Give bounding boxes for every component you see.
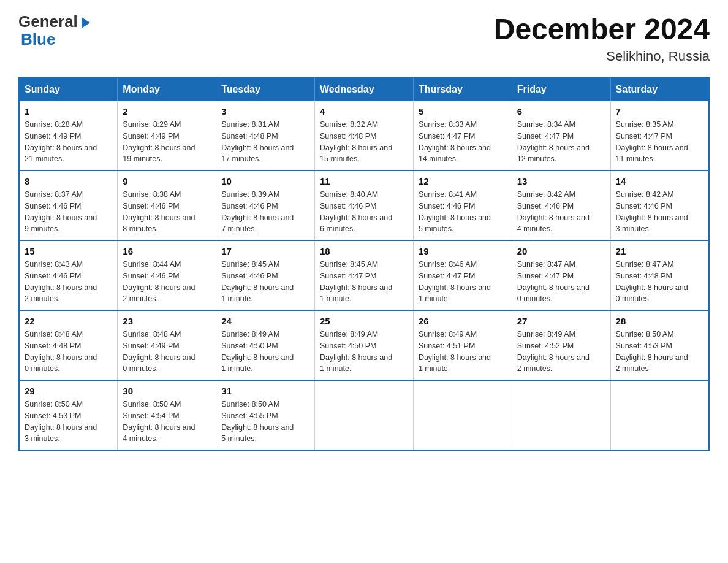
day-info: Sunrise: 8:48 AM Sunset: 4:49 PM Dayligh… [123, 329, 211, 375]
table-row: 14 Sunrise: 8:42 AM Sunset: 4:46 PM Dayl… [610, 170, 709, 240]
day-number: 28 [616, 316, 703, 326]
day-info: Sunrise: 8:35 AM Sunset: 4:47 PM Dayligh… [616, 119, 703, 165]
table-row: 21 Sunrise: 8:47 AM Sunset: 4:48 PM Dayl… [610, 240, 709, 310]
table-row: 20 Sunrise: 8:47 AM Sunset: 4:47 PM Dayl… [512, 240, 610, 310]
calendar-week-row: 22 Sunrise: 8:48 AM Sunset: 4:48 PM Dayl… [19, 310, 709, 380]
day-info: Sunrise: 8:47 AM Sunset: 4:48 PM Dayligh… [616, 259, 703, 305]
day-number: 9 [123, 176, 211, 186]
header-saturday: Saturday [610, 77, 709, 101]
logo-line2: Blue [21, 30, 55, 49]
day-number: 7 [616, 106, 703, 117]
day-number: 15 [25, 246, 112, 256]
table-row: 15 Sunrise: 8:43 AM Sunset: 4:46 PM Dayl… [19, 240, 118, 310]
day-info: Sunrise: 8:49 AM Sunset: 4:50 PM Dayligh… [221, 329, 309, 375]
table-row: 24 Sunrise: 8:49 AM Sunset: 4:50 PM Dayl… [216, 310, 315, 380]
table-row: 7 Sunrise: 8:35 AM Sunset: 4:47 PM Dayli… [610, 101, 709, 170]
table-row: 23 Sunrise: 8:48 AM Sunset: 4:49 PM Dayl… [118, 310, 216, 380]
day-number: 8 [25, 176, 112, 186]
table-row: 17 Sunrise: 8:45 AM Sunset: 4:46 PM Dayl… [216, 240, 315, 310]
day-number: 11 [320, 176, 408, 186]
day-number: 23 [123, 316, 211, 326]
day-info: Sunrise: 8:42 AM Sunset: 4:46 PM Dayligh… [517, 189, 605, 235]
logo-line1: General [18, 12, 93, 31]
day-info: Sunrise: 8:49 AM Sunset: 4:50 PM Dayligh… [320, 329, 408, 375]
day-number: 4 [320, 106, 408, 117]
day-info: Sunrise: 8:40 AM Sunset: 4:46 PM Dayligh… [320, 189, 408, 235]
day-number: 26 [419, 316, 507, 326]
day-number: 21 [616, 246, 703, 256]
table-row: 8 Sunrise: 8:37 AM Sunset: 4:46 PM Dayli… [19, 170, 118, 240]
table-row: 11 Sunrise: 8:40 AM Sunset: 4:46 PM Dayl… [315, 170, 414, 240]
day-info: Sunrise: 8:37 AM Sunset: 4:46 PM Dayligh… [25, 189, 112, 235]
header-sunday: Sunday [19, 77, 118, 101]
day-number: 5 [419, 106, 507, 117]
day-number: 17 [221, 246, 309, 256]
table-row: 29 Sunrise: 8:50 AM Sunset: 4:53 PM Dayl… [19, 380, 118, 450]
day-info: Sunrise: 8:50 AM Sunset: 4:54 PM Dayligh… [123, 399, 211, 445]
header-tuesday: Tuesday [216, 77, 315, 101]
day-number: 16 [123, 246, 211, 256]
day-number: 18 [320, 246, 408, 256]
day-info: Sunrise: 8:50 AM Sunset: 4:55 PM Dayligh… [221, 399, 309, 445]
table-row [610, 380, 709, 450]
day-number: 24 [221, 316, 309, 326]
table-row: 3 Sunrise: 8:31 AM Sunset: 4:48 PM Dayli… [216, 101, 315, 170]
calendar-week-row: 15 Sunrise: 8:43 AM Sunset: 4:46 PM Dayl… [19, 240, 709, 310]
header-thursday: Thursday [413, 77, 512, 101]
day-info: Sunrise: 8:46 AM Sunset: 4:47 PM Dayligh… [419, 259, 507, 305]
day-info: Sunrise: 8:31 AM Sunset: 4:48 PM Dayligh… [221, 119, 309, 165]
day-info: Sunrise: 8:43 AM Sunset: 4:46 PM Dayligh… [25, 259, 112, 305]
day-info: Sunrise: 8:29 AM Sunset: 4:49 PM Dayligh… [123, 119, 211, 165]
table-row: 13 Sunrise: 8:42 AM Sunset: 4:46 PM Dayl… [512, 170, 610, 240]
table-row: 28 Sunrise: 8:50 AM Sunset: 4:53 PM Dayl… [610, 310, 709, 380]
day-number: 22 [25, 316, 112, 326]
table-row: 27 Sunrise: 8:49 AM Sunset: 4:52 PM Dayl… [512, 310, 610, 380]
table-row: 25 Sunrise: 8:49 AM Sunset: 4:50 PM Dayl… [315, 310, 414, 380]
day-info: Sunrise: 8:34 AM Sunset: 4:47 PM Dayligh… [517, 119, 605, 165]
day-number: 2 [123, 106, 211, 117]
subtitle: Selikhino, Russia [494, 48, 710, 64]
day-number: 12 [419, 176, 507, 186]
table-row: 30 Sunrise: 8:50 AM Sunset: 4:54 PM Dayl… [118, 380, 216, 450]
day-info: Sunrise: 8:39 AM Sunset: 4:46 PM Dayligh… [221, 189, 309, 235]
header-friday: Friday [512, 77, 610, 101]
table-row: 18 Sunrise: 8:45 AM Sunset: 4:47 PM Dayl… [315, 240, 414, 310]
day-number: 6 [517, 106, 605, 117]
table-row: 12 Sunrise: 8:41 AM Sunset: 4:46 PM Dayl… [413, 170, 512, 240]
table-row: 6 Sunrise: 8:34 AM Sunset: 4:47 PM Dayli… [512, 101, 610, 170]
day-info: Sunrise: 8:41 AM Sunset: 4:46 PM Dayligh… [419, 189, 507, 235]
calendar-header-row: Sunday Monday Tuesday Wednesday Thursday… [19, 77, 709, 101]
day-number: 13 [517, 176, 605, 186]
table-row [315, 380, 414, 450]
day-info: Sunrise: 8:50 AM Sunset: 4:53 PM Dayligh… [25, 399, 112, 445]
day-info: Sunrise: 8:49 AM Sunset: 4:52 PM Dayligh… [517, 329, 605, 375]
day-number: 10 [221, 176, 309, 186]
table-row [413, 380, 512, 450]
day-number: 27 [517, 316, 605, 326]
day-info: Sunrise: 8:45 AM Sunset: 4:46 PM Dayligh… [221, 259, 309, 305]
table-row: 10 Sunrise: 8:39 AM Sunset: 4:46 PM Dayl… [216, 170, 315, 240]
page-header: General Blue December 2024 Selikhino, Ru… [18, 12, 710, 64]
table-row: 19 Sunrise: 8:46 AM Sunset: 4:47 PM Dayl… [413, 240, 512, 310]
calendar-table: Sunday Monday Tuesday Wednesday Thursday… [18, 77, 710, 451]
day-info: Sunrise: 8:38 AM Sunset: 4:46 PM Dayligh… [123, 189, 211, 235]
day-number: 14 [616, 176, 703, 186]
day-number: 30 [123, 386, 211, 396]
day-number: 19 [419, 246, 507, 256]
day-info: Sunrise: 8:33 AM Sunset: 4:47 PM Dayligh… [419, 119, 507, 165]
table-row: 22 Sunrise: 8:48 AM Sunset: 4:48 PM Dayl… [19, 310, 118, 380]
day-number: 1 [25, 106, 112, 117]
day-info: Sunrise: 8:45 AM Sunset: 4:47 PM Dayligh… [320, 259, 408, 305]
calendar-week-row: 29 Sunrise: 8:50 AM Sunset: 4:53 PM Dayl… [19, 380, 709, 450]
table-row: 2 Sunrise: 8:29 AM Sunset: 4:49 PM Dayli… [118, 101, 216, 170]
day-info: Sunrise: 8:44 AM Sunset: 4:46 PM Dayligh… [123, 259, 211, 305]
table-row: 1 Sunrise: 8:28 AM Sunset: 4:49 PM Dayli… [19, 101, 118, 170]
title-section: December 2024 Selikhino, Russia [494, 12, 710, 64]
day-number: 29 [25, 386, 112, 396]
calendar-week-row: 1 Sunrise: 8:28 AM Sunset: 4:49 PM Dayli… [19, 101, 709, 170]
table-row: 4 Sunrise: 8:32 AM Sunset: 4:48 PM Dayli… [315, 101, 414, 170]
table-row: 26 Sunrise: 8:49 AM Sunset: 4:51 PM Dayl… [413, 310, 512, 380]
svg-marker-0 [82, 17, 90, 28]
logo: General Blue [18, 12, 93, 49]
day-info: Sunrise: 8:32 AM Sunset: 4:48 PM Dayligh… [320, 119, 408, 165]
